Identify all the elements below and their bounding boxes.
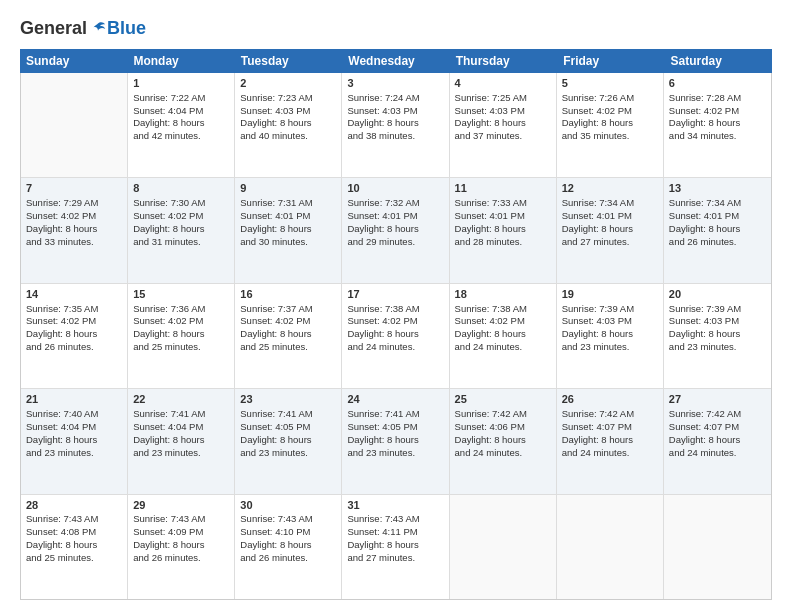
day-info: and 42 minutes. [133,130,229,143]
day-info: Sunrise: 7:23 AM [240,92,336,105]
day-info: and 28 minutes. [455,236,551,249]
day-info: and 24 minutes. [455,341,551,354]
day-info: Daylight: 8 hours [133,117,229,130]
day-info: Daylight: 8 hours [240,117,336,130]
calendar-cell [450,495,557,599]
day-number: 26 [562,392,658,407]
calendar-header-row: SundayMondayTuesdayWednesdayThursdayFrid… [20,49,772,73]
calendar-cell: 31Sunrise: 7:43 AMSunset: 4:11 PMDayligh… [342,495,449,599]
day-info: Sunrise: 7:33 AM [455,197,551,210]
day-info: Sunset: 4:01 PM [240,210,336,223]
calendar-cell: 3Sunrise: 7:24 AMSunset: 4:03 PMDaylight… [342,73,449,177]
day-info: Sunset: 4:02 PM [240,315,336,328]
day-info: Sunset: 4:05 PM [347,421,443,434]
day-info: Daylight: 8 hours [133,328,229,341]
day-info: and 27 minutes. [347,552,443,565]
day-info: Daylight: 8 hours [240,539,336,552]
day-info: Sunrise: 7:43 AM [347,513,443,526]
day-info: Sunrise: 7:43 AM [133,513,229,526]
day-info: Sunset: 4:07 PM [562,421,658,434]
calendar-week-5: 28Sunrise: 7:43 AMSunset: 4:08 PMDayligh… [21,495,771,599]
day-info: Sunrise: 7:32 AM [347,197,443,210]
day-number: 20 [669,287,766,302]
day-info: Sunset: 4:02 PM [26,210,122,223]
day-info: Sunset: 4:11 PM [347,526,443,539]
day-number: 19 [562,287,658,302]
calendar-cell [664,495,771,599]
day-info: Sunset: 4:02 PM [26,315,122,328]
calendar-body: 1Sunrise: 7:22 AMSunset: 4:04 PMDaylight… [20,73,772,600]
day-info: and 24 minutes. [562,447,658,460]
day-info: Daylight: 8 hours [347,328,443,341]
day-number: 15 [133,287,229,302]
day-info: Sunrise: 7:40 AM [26,408,122,421]
calendar-week-3: 14Sunrise: 7:35 AMSunset: 4:02 PMDayligh… [21,284,771,389]
calendar-cell: 14Sunrise: 7:35 AMSunset: 4:02 PMDayligh… [21,284,128,388]
calendar-week-4: 21Sunrise: 7:40 AMSunset: 4:04 PMDayligh… [21,389,771,494]
day-info: Sunset: 4:01 PM [562,210,658,223]
day-info: Daylight: 8 hours [347,117,443,130]
calendar-cell: 2Sunrise: 7:23 AMSunset: 4:03 PMDaylight… [235,73,342,177]
day-info: Daylight: 8 hours [562,328,658,341]
day-info: Daylight: 8 hours [26,328,122,341]
day-number: 4 [455,76,551,91]
day-number: 22 [133,392,229,407]
day-number: 24 [347,392,443,407]
day-info: Sunrise: 7:28 AM [669,92,766,105]
logo-general-text: General [20,18,87,39]
day-number: 10 [347,181,443,196]
day-info: and 30 minutes. [240,236,336,249]
day-number: 12 [562,181,658,196]
calendar-cell: 23Sunrise: 7:41 AMSunset: 4:05 PMDayligh… [235,389,342,493]
header-day-tuesday: Tuesday [235,49,342,73]
day-info: Sunrise: 7:42 AM [455,408,551,421]
day-info: and 26 minutes. [669,236,766,249]
calendar-cell: 22Sunrise: 7:41 AMSunset: 4:04 PMDayligh… [128,389,235,493]
calendar-cell: 9Sunrise: 7:31 AMSunset: 4:01 PMDaylight… [235,178,342,282]
day-info: and 24 minutes. [347,341,443,354]
day-info: Sunrise: 7:43 AM [26,513,122,526]
logo: General Blue [20,18,146,39]
day-info: and 40 minutes. [240,130,336,143]
day-info: Sunset: 4:03 PM [562,315,658,328]
day-info: Sunrise: 7:34 AM [562,197,658,210]
day-info: and 27 minutes. [562,236,658,249]
header: General Blue [20,18,772,39]
day-info: Daylight: 8 hours [669,328,766,341]
day-info: and 31 minutes. [133,236,229,249]
day-info: Sunrise: 7:38 AM [455,303,551,316]
day-info: Daylight: 8 hours [455,434,551,447]
header-day-sunday: Sunday [20,49,127,73]
day-info: Daylight: 8 hours [240,434,336,447]
day-number: 13 [669,181,766,196]
day-info: Sunset: 4:10 PM [240,526,336,539]
calendar-week-1: 1Sunrise: 7:22 AMSunset: 4:04 PMDaylight… [21,73,771,178]
day-info: Sunset: 4:09 PM [133,526,229,539]
header-day-saturday: Saturday [665,49,772,73]
calendar-cell: 1Sunrise: 7:22 AMSunset: 4:04 PMDaylight… [128,73,235,177]
logo-bird-icon [89,20,107,38]
day-info: Sunset: 4:04 PM [133,105,229,118]
day-info: Sunset: 4:03 PM [455,105,551,118]
day-number: 23 [240,392,336,407]
day-info: and 26 minutes. [133,552,229,565]
day-info: Sunrise: 7:41 AM [133,408,229,421]
day-number: 21 [26,392,122,407]
day-info: Sunrise: 7:30 AM [133,197,229,210]
calendar: SundayMondayTuesdayWednesdayThursdayFrid… [20,49,772,600]
calendar-cell: 24Sunrise: 7:41 AMSunset: 4:05 PMDayligh… [342,389,449,493]
calendar-cell: 8Sunrise: 7:30 AMSunset: 4:02 PMDaylight… [128,178,235,282]
day-info: Sunset: 4:06 PM [455,421,551,434]
day-info: and 23 minutes. [133,447,229,460]
day-info: Daylight: 8 hours [26,539,122,552]
day-info: Sunset: 4:08 PM [26,526,122,539]
day-number: 2 [240,76,336,91]
calendar-cell: 27Sunrise: 7:42 AMSunset: 4:07 PMDayligh… [664,389,771,493]
header-day-monday: Monday [127,49,234,73]
calendar-cell: 21Sunrise: 7:40 AMSunset: 4:04 PMDayligh… [21,389,128,493]
calendar-cell: 25Sunrise: 7:42 AMSunset: 4:06 PMDayligh… [450,389,557,493]
day-info: and 24 minutes. [669,447,766,460]
day-info: Sunset: 4:02 PM [669,105,766,118]
day-info: Daylight: 8 hours [455,223,551,236]
calendar-cell: 20Sunrise: 7:39 AMSunset: 4:03 PMDayligh… [664,284,771,388]
